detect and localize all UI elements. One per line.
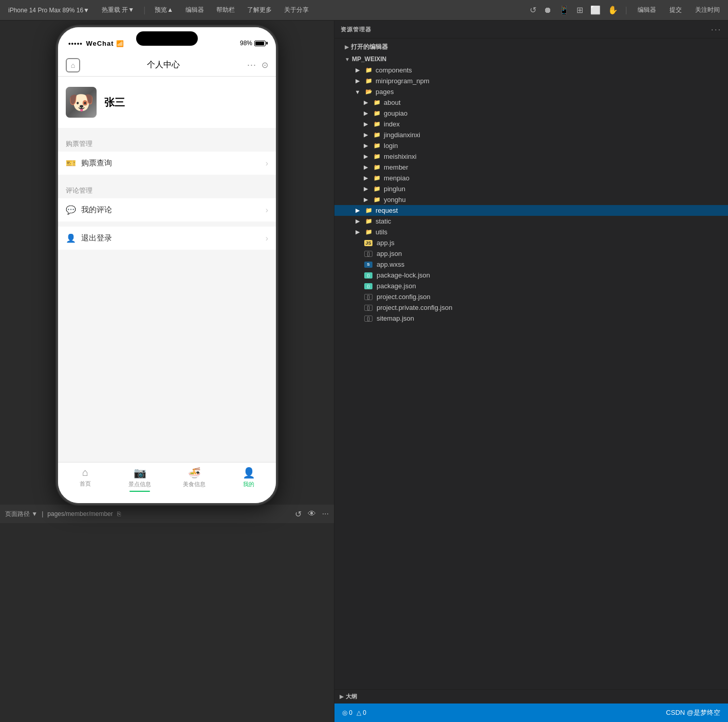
menu-item-ticket[interactable]: 🎫 购票查询 › — [58, 152, 276, 175]
file-package-json[interactable]: {} package.json — [334, 281, 728, 291]
section-mp-weixin[interactable]: ▼ MP_WEIXIN — [334, 53, 728, 65]
npm-arrow-icon: ▶ — [353, 78, 362, 85]
explorer-more-icon[interactable]: ··· — [711, 25, 722, 33]
folder-request[interactable]: ▶ 📁 request — [334, 205, 728, 216]
menu-help[interactable]: 帮助栏 — [213, 4, 238, 16]
folder-pages[interactable]: ▼ 📂 pages — [334, 86, 728, 97]
package-lock-label: package-lock.json — [377, 271, 430, 279]
window-icon[interactable]: ⬜ — [590, 5, 601, 15]
right-btn-3[interactable]: 关注时间 — [692, 4, 723, 16]
project-config-label: project.config.json — [377, 293, 431, 301]
arrow-icon-2: › — [266, 206, 268, 215]
file-app-wxss[interactable]: S app.wxss — [334, 259, 728, 270]
folder-yonghu[interactable]: ▶ 📁 yonghu — [334, 194, 728, 205]
menu-item-logout[interactable]: 👤 退出登录 › — [58, 227, 276, 250]
npm-label: miniprogram_npm — [376, 77, 430, 85]
tab-mine-label: 我的 — [243, 480, 254, 488]
json-icon-proj: {} — [364, 294, 372, 300]
goupiao-label: goupiao — [384, 109, 407, 117]
record-icon[interactable]: ⏺ — [544, 6, 552, 15]
jingdianxinxi-arrow-icon: ▶ — [361, 132, 370, 139]
menu-learn[interactable]: 了解更多 — [244, 4, 275, 16]
utils-label: utils — [376, 228, 387, 236]
nav-record-icon[interactable]: ⊙ — [262, 60, 268, 70]
wxss-icon-app: S — [364, 262, 372, 268]
more-icon[interactable]: ··· — [247, 60, 256, 70]
menu-preview[interactable]: 预览▲ — [152, 4, 176, 16]
file-sitemap[interactable]: {} sitemap.json — [334, 313, 728, 324]
grid-icon[interactable]: ⊞ — [576, 5, 583, 15]
folder-components[interactable]: ▶ 📁 components — [334, 65, 728, 76]
menu-item-comment[interactable]: 💬 我的评论 › — [58, 198, 276, 221]
folder-jingdianxinxi[interactable]: ▶ 📁 jingdianxinxi — [334, 129, 728, 140]
sim-more-icon[interactable]: ··· — [322, 509, 329, 519]
menu-about[interactable]: 关于分享 — [281, 4, 312, 16]
folder-icon-npm: 📁 — [364, 78, 374, 85]
mp-weixin-arrow: ▼ — [345, 57, 350, 62]
file-project-private-config[interactable]: {} project.private.config.json — [334, 302, 728, 313]
device-selector[interactable]: iPhone 14 Pro Max 89% 16▼ — [5, 5, 92, 15]
sitemap-label: sitemap.json — [377, 314, 414, 322]
hot-reload-btn[interactable]: 热重载 开▼ — [99, 4, 137, 16]
folder-static[interactable]: ▶ 📁 static — [334, 216, 728, 227]
folder-utils[interactable]: ▶ 📁 utils — [334, 227, 728, 237]
folder-about[interactable]: ▶ 📁 about — [334, 97, 728, 108]
pages-arrow-icon: ▼ — [353, 88, 362, 96]
right-btn-2[interactable]: 提交 — [666, 4, 685, 16]
json-icon-app: {} — [364, 251, 372, 257]
tab-home-label: 首页 — [80, 480, 91, 488]
file-app-js[interactable]: JS app.js — [334, 237, 728, 248]
hand-icon[interactable]: ✋ — [608, 5, 618, 15]
mobile-icon[interactable]: 📱 — [559, 5, 569, 15]
file-project-config[interactable]: {} project.config.json — [334, 291, 728, 302]
tab-food[interactable]: 🍜 美食信息 — [167, 467, 221, 488]
app-js-label: app.js — [377, 239, 395, 247]
sim-refresh-icon[interactable]: ↺ — [295, 509, 302, 519]
menpiao-arrow-icon: ▶ — [361, 175, 370, 182]
open-editors-label: 打开的编辑器 — [351, 43, 388, 51]
menu-editor[interactable]: 编辑器 — [182, 4, 207, 16]
sim-eye-icon[interactable]: 👁 — [308, 509, 316, 519]
tab-home[interactable]: ⌂ 首页 — [58, 467, 113, 488]
tab-home-icon: ⌂ — [82, 467, 88, 478]
folder-index[interactable]: ▶ 📁 index — [334, 119, 728, 129]
menpiao-label: menpiao — [384, 174, 409, 182]
folder-login[interactable]: ▶ 📁 login — [334, 140, 728, 151]
outline-header[interactable]: ▶ 大纲 — [334, 690, 728, 704]
outline-section: ▶ 大纲 — [334, 689, 728, 704]
folder-meishixinxi[interactable]: ▶ 📁 meishixinxi — [334, 151, 728, 162]
pinglun-arrow-icon: ▶ — [361, 186, 370, 193]
static-label: static — [376, 217, 391, 225]
warning-count: △ 0 — [357, 709, 366, 716]
folder-icon-goupiao: 📁 — [372, 110, 382, 117]
pkg-lock-icon: {} — [364, 272, 372, 279]
copy-icon[interactable]: ⎘ — [117, 510, 121, 517]
folder-icon-components: 📁 — [364, 67, 374, 74]
section-open-editors[interactable]: ▶ 打开的编辑器 — [334, 41, 728, 53]
folder-icon-menpiao: 📁 — [372, 175, 382, 182]
file-package-lock[interactable]: {} package-lock.json — [334, 270, 728, 281]
app-js-spacer — [353, 239, 362, 247]
member-arrow-icon: ▶ — [361, 164, 370, 171]
toolbar-right-icons: ↺ ⏺ 📱 ⊞ ⬜ ✋ | 编辑器 提交 关注时间 — [530, 4, 723, 16]
right-btn-1[interactable]: 编辑器 — [634, 4, 659, 16]
request-arrow-icon: ▶ — [353, 207, 362, 214]
folder-icon-index: 📁 — [372, 121, 382, 128]
home-nav-icon[interactable]: ⌂ — [66, 58, 80, 72]
tab-mine[interactable]: 👤 我的 — [221, 467, 276, 488]
tab-scenic[interactable]: 📷 景点信息 — [113, 467, 167, 492]
folder-member[interactable]: ▶ 📁 member — [334, 162, 728, 173]
folder-goupiao[interactable]: ▶ 📁 goupiao — [334, 108, 728, 119]
file-app-json[interactable]: {} app.json — [334, 248, 728, 259]
mp-weixin-label: MP_WEIXIN — [352, 55, 386, 63]
tab-scenic-icon: 📷 — [134, 467, 146, 479]
folder-icon-member: 📁 — [372, 164, 382, 171]
folder-menpiao[interactable]: ▶ 📁 menpiao — [334, 173, 728, 183]
explorer-title: 资源管理器 — [341, 26, 371, 33]
folder-miniprogram-npm[interactable]: ▶ 📁 miniprogram_npm — [334, 76, 728, 86]
folder-icon-meishixinxi: 📁 — [372, 153, 382, 160]
path-label: 页面路径 ▼ — [5, 510, 38, 519]
folder-pinglun[interactable]: ▶ 📁 pinglun — [334, 183, 728, 194]
refresh-icon[interactable]: ↺ — [530, 5, 536, 15]
pkg-json-spacer — [353, 283, 362, 290]
